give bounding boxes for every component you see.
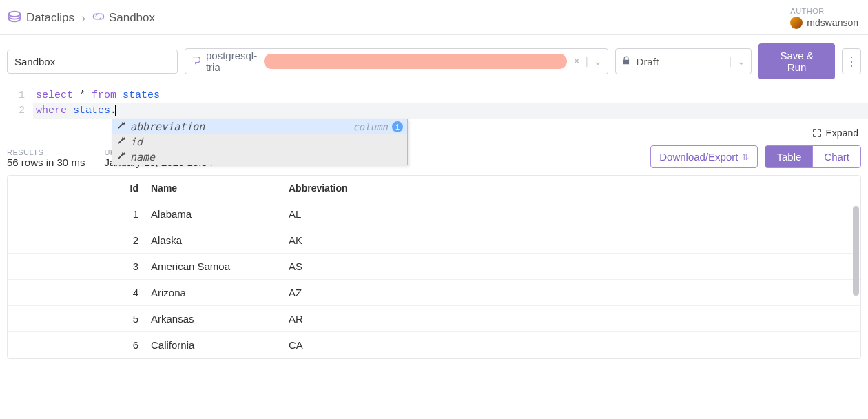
autocomplete-item[interactable]: id: [112, 134, 407, 150]
cell: 5: [8, 306, 145, 332]
results-value: 56 rows in 30 ms: [7, 156, 85, 168]
redacted-region: [264, 54, 567, 69]
cell: American Samoa: [145, 254, 283, 280]
save-and-run-button[interactable]: Save & Run: [758, 43, 835, 79]
autocomplete-popup: abbreviationcolumniidname: [112, 119, 408, 165]
code-line[interactable]: select * from states: [33, 88, 868, 103]
visibility-text: Draft: [637, 56, 724, 68]
table-row[interactable]: 5ArkansasAR: [8, 306, 860, 332]
wrench-icon: [116, 121, 126, 133]
download-label: Download/Export: [659, 151, 738, 163]
lock-icon: [621, 56, 631, 68]
tab-chart[interactable]: Chart: [812, 146, 860, 167]
chevron-down-icon[interactable]: ⌄: [737, 56, 745, 67]
cell: 1: [8, 201, 145, 227]
tab-table[interactable]: Table: [765, 146, 812, 167]
cell: AS: [283, 254, 860, 280]
breadcrumb-root-label: Dataclips: [26, 11, 74, 25]
download-export-button[interactable]: Download/Export ⇅: [650, 145, 758, 168]
table-row[interactable]: 4ArizonaAZ: [8, 280, 860, 306]
chevron-down-icon[interactable]: ⌄: [594, 56, 602, 67]
results-label: RESULTS: [7, 148, 85, 156]
results-table-container: IdNameAbbreviation 1AlabamaAL2AlaskaAK3A…: [7, 175, 861, 359]
sort-icon: ⇅: [742, 152, 749, 162]
cell: AL: [283, 201, 860, 227]
author-block: AUTHOR mdswanson: [790, 7, 861, 29]
table-row[interactable]: 2AlaskaAK: [8, 227, 860, 254]
cell: 6: [8, 332, 145, 358]
results-table: IdNameAbbreviation 1AlabamaAL2AlaskaAK3A…: [8, 176, 860, 358]
clip-icon: [92, 11, 105, 25]
dataclip-title-input[interactable]: [7, 50, 178, 74]
cell: Arkansas: [145, 306, 283, 332]
cell: 3: [8, 254, 145, 280]
breadcrumb-page[interactable]: Sandbox: [92, 11, 155, 25]
line-number: 2: [0, 103, 33, 119]
table-row[interactable]: 1AlabamaAL: [8, 201, 860, 227]
column-header[interactable]: Id: [8, 176, 145, 201]
info-icon[interactable]: i: [392, 121, 403, 132]
author-name: mdswanson: [807, 17, 858, 28]
cell: Arizona: [145, 280, 283, 306]
autocomplete-item[interactable]: name: [112, 150, 407, 165]
scrollbar[interactable]: [853, 206, 859, 296]
table-row[interactable]: 6CaliforniaCA: [8, 332, 860, 358]
expand-label: Expand: [826, 127, 858, 139]
autocomplete-meta: column: [353, 121, 388, 132]
avatar: [790, 17, 803, 29]
cell: AK: [283, 227, 860, 254]
cell: AR: [283, 306, 860, 332]
cell: Alabama: [145, 201, 283, 227]
code-line[interactable]: where states.: [33, 103, 868, 119]
more-menu-button[interactable]: ⋮: [842, 48, 861, 74]
header: Dataclips › Sandbox AUTHOR mdswanson: [0, 0, 868, 35]
breadcrumb-page-label: Sandbox: [109, 11, 155, 25]
breadcrumb-root[interactable]: Dataclips: [7, 9, 74, 28]
cell: CA: [283, 332, 860, 358]
cursor: [115, 105, 116, 116]
author-label: AUTHOR: [790, 7, 858, 15]
autocomplete-label: abbreviation: [130, 121, 349, 133]
column-header[interactable]: Name: [145, 176, 283, 201]
toolbar: postgresql-tria × | ⌄ Draft | ⌄ Save & R…: [0, 35, 868, 88]
autocomplete-label: name: [130, 151, 403, 163]
clear-icon[interactable]: ×: [574, 55, 580, 68]
sql-editor[interactable]: 1select * from states2where states. abbr…: [0, 88, 868, 119]
autocomplete-label: id: [130, 136, 403, 148]
wrench-icon: [116, 151, 126, 163]
cell: 4: [8, 280, 145, 306]
postgres-icon: [191, 55, 202, 68]
dataclips-icon: [7, 9, 22, 28]
database-name: postgresql-tria: [206, 50, 260, 73]
cell: AZ: [283, 280, 860, 306]
chevron-right-icon: ›: [81, 11, 85, 25]
table-row[interactable]: 3American SamoaAS: [8, 254, 860, 280]
database-select[interactable]: postgresql-tria × | ⌄: [185, 48, 608, 74]
expand-button[interactable]: Expand: [812, 127, 858, 139]
column-header[interactable]: Abbreviation: [283, 176, 860, 201]
line-number: 1: [0, 88, 33, 103]
cell: 2: [8, 227, 145, 254]
cell: Alaska: [145, 227, 283, 254]
wrench-icon: [116, 136, 126, 148]
visibility-select[interactable]: Draft | ⌄: [615, 48, 752, 74]
cell: California: [145, 332, 283, 358]
autocomplete-item[interactable]: abbreviationcolumni: [112, 119, 407, 134]
view-toggle: Table Chart: [765, 145, 861, 168]
breadcrumb: Dataclips › Sandbox: [7, 9, 155, 28]
